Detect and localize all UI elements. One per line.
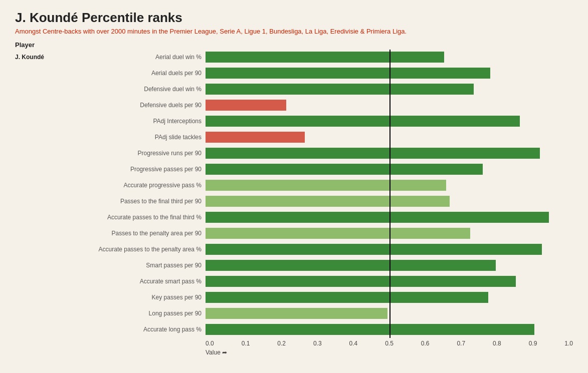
x-axis-row: 0.00.10.20.30.40.50.60.70.80.91.0: [15, 340, 573, 347]
stat-label: Defensive duels per 90: [50, 102, 206, 109]
x-axis-tick: 0.1: [242, 340, 250, 347]
table-row: Smart passes per 90: [15, 258, 573, 273]
x-axis-tick: 0.5: [385, 340, 394, 347]
x-axis-tick: 0.0: [206, 340, 214, 347]
table-row: Passes to the penalty area per 90: [15, 226, 573, 241]
stat-label: Key passes per 90: [50, 294, 206, 301]
table-row: Accurate passes to the penalty area %: [15, 242, 573, 257]
stat-label: Aerial duel win %: [50, 54, 206, 61]
table-row: Accurate progressive pass %: [15, 178, 573, 193]
stat-label: Long passes per 90: [50, 310, 206, 317]
table-row: Defensive duel win %: [15, 82, 573, 97]
chart-subtitle: Amongst Centre-backs with over 2000 minu…: [15, 28, 573, 35]
x-axis-tick: 1.0: [564, 340, 573, 347]
value-axis-label: Value ➦: [206, 349, 573, 356]
stat-label: Aerial duels per 90: [50, 70, 206, 77]
stat-label: Progressive passes per 90: [50, 166, 206, 173]
table-row: Defensive duels per 90: [15, 98, 573, 113]
bar-key-passes-per-90: [206, 292, 488, 303]
table-row: Long passes per 90: [15, 306, 573, 321]
stat-label: Accurate passes to the final third %: [50, 214, 206, 221]
table-row: Progressive passes per 90: [15, 162, 573, 177]
chart-container: Player J. KoundéAerial duel win %Aerial …: [15, 41, 573, 356]
table-row: Accurate smart pass %: [15, 274, 573, 289]
x-axis-tick: 0.8: [493, 340, 501, 347]
table-row: Accurate passes to the final third %: [15, 210, 573, 225]
table-row: PAdj Interceptions: [15, 114, 573, 129]
stat-label: Progressive runs per 90: [50, 150, 206, 157]
bar-accurate-passes-to-the-final-third-pct: [206, 212, 549, 223]
bar-passes-to-the-penalty-area-per-90: [206, 228, 470, 239]
bar-aerial-duel-win-pct: [206, 52, 444, 63]
player-name: J. Koundé: [15, 54, 50, 61]
stat-label: Defensive duel win %: [50, 86, 206, 93]
table-row: Progressive runs per 90: [15, 146, 573, 161]
stat-label: Smart passes per 90: [50, 262, 206, 269]
bar-long-passes-per-90: [206, 308, 387, 319]
bar-progressive-passes-per-90: [206, 164, 483, 175]
bar-passes-to-the-final-third-per-90: [206, 196, 450, 207]
bar-defensive-duels-per-90: [206, 100, 286, 111]
bar-smart-passes-per-90: [206, 260, 496, 271]
stat-label: Accurate passes to the penalty area %: [50, 246, 206, 253]
table-row: Aerial duels per 90: [15, 66, 573, 81]
bar-padj-slide-tackles: [206, 132, 305, 143]
table-row: Accurate long pass %: [15, 322, 573, 337]
chart-header: Player: [15, 41, 573, 49]
stat-label: Passes to the penalty area per 90: [50, 230, 206, 237]
x-axis-tick: 0.9: [529, 340, 537, 347]
x-axis-tick: 0.6: [421, 340, 430, 347]
x-axis-tick: 0.3: [313, 340, 322, 347]
bar-accurate-progressive-pass-pct: [206, 180, 446, 191]
x-axis-labels: 0.00.10.20.30.40.50.60.70.80.91.0: [206, 340, 573, 347]
stat-label: Passes to the final third per 90: [50, 198, 206, 205]
bar-accurate-smart-pass-pct: [206, 276, 516, 287]
value-label-row: Value ➦: [15, 349, 573, 356]
bar-padj-interceptions: [206, 116, 520, 127]
stat-label: Accurate progressive pass %: [50, 182, 206, 189]
table-row: Passes to the final third per 90: [15, 194, 573, 209]
median-line: [389, 50, 390, 338]
stat-label: PAdj Interceptions: [50, 118, 206, 125]
chart-title: J. Koundé Percentile ranks: [15, 10, 573, 26]
stat-label: Accurate smart pass %: [50, 278, 206, 285]
table-row: PAdj slide tackles: [15, 130, 573, 145]
table-row: Key passes per 90: [15, 290, 573, 305]
bar-accurate-long-pass-pct: [206, 324, 534, 335]
bar-progressive-runs-per-90: [206, 148, 540, 159]
all-rows: J. KoundéAerial duel win %Aerial duels p…: [15, 50, 573, 337]
x-axis-tick: 0.4: [349, 340, 358, 347]
bar-defensive-duel-win-pct: [206, 84, 474, 95]
bar-aerial-duels-per-90: [206, 68, 490, 79]
x-axis-tick: 0.7: [457, 340, 465, 347]
x-axis-tick: 0.2: [277, 340, 286, 347]
table-row: J. KoundéAerial duel win %: [15, 50, 573, 65]
bar-accurate-passes-to-the-penalty-area-pct: [206, 244, 542, 255]
player-column-header: Player: [15, 41, 50, 49]
stat-label: Accurate long pass %: [50, 326, 206, 333]
stat-label: PAdj slide tackles: [50, 134, 206, 141]
